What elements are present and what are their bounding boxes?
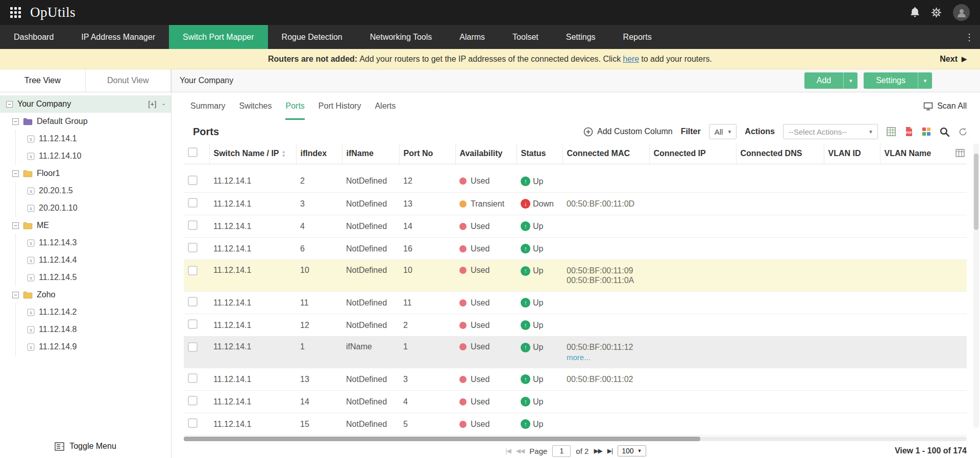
column-chooser-icon[interactable] [922,127,931,136]
row-checkbox[interactable] [188,198,198,208]
nav-item-toolset[interactable]: Toolset [499,25,552,49]
csv-export-icon[interactable] [886,126,896,137]
row-checkbox[interactable] [188,243,198,252]
tree-item-11-12-14-8[interactable]: s11.12.14.8 [16,321,171,338]
tree-group-me[interactable]: −ME [0,217,171,234]
banner-next-button[interactable]: Next ▶ [940,49,967,69]
vertical-scrollbar-thumb[interactable] [974,154,978,230]
page-size-select[interactable]: 100 ▼ [618,445,646,456]
add-custom-column-button[interactable]: Add Custom Column [583,127,673,137]
collapse-icon[interactable]: − [12,292,19,298]
row-checkbox[interactable] [188,175,198,185]
row-checkbox[interactable] [188,266,198,275]
tree-item-20-20-1-5[interactable]: s20.20.1.5 [16,182,171,199]
tab-switches[interactable]: Switches [239,92,272,120]
settings-button-label[interactable]: Settings [864,72,918,89]
banner-here-link[interactable]: here [623,55,639,64]
table-row[interactable]: 11.12.14.110NotDefined10Used↑Up00:50:BF:… [184,260,967,292]
nav-item-settings[interactable]: Settings [552,25,609,49]
row-checkbox[interactable] [188,396,198,405]
filter-select[interactable]: All ▼ [709,124,737,139]
column-header-port-no[interactable]: Port No [399,143,455,164]
last-page-button[interactable]: ▶| [607,447,612,454]
row-checkbox[interactable] [188,418,198,428]
next-page-button[interactable]: ▶▶ [594,447,602,454]
column-header-connected-dns[interactable]: Connected DNS [736,143,824,164]
tree-group-zoho[interactable]: −Zoho [0,286,171,303]
nav-item-dashboard[interactable]: Dashboard [0,25,67,49]
tree-root-your-company[interactable]: −Your Company[+]- [0,95,171,113]
prev-page-button[interactable]: ◀◀ [516,447,524,454]
column-header-connected-mac[interactable]: Connected MAC [562,143,649,164]
row-checkbox[interactable] [188,342,198,352]
more-link[interactable]: more... [567,352,645,363]
user-avatar[interactable] [953,4,970,21]
tree-group-floor1[interactable]: −Floor1 [0,165,171,182]
tree-item-11-12-14-9[interactable]: s11.12.14.9 [16,338,171,355]
notifications-bell-icon[interactable] [910,7,920,18]
row-checkbox[interactable] [188,220,198,230]
search-icon[interactable] [939,126,950,137]
column-header-vlan-id[interactable]: VLAN ID [824,143,880,164]
sort-icon[interactable]: ▴▾ [283,150,285,158]
first-page-button[interactable]: |◀ [505,447,510,454]
nav-overflow-icon[interactable]: ⋮ [959,25,980,49]
column-header-ifindex[interactable]: ifIndex [296,143,342,164]
nav-item-switch-port-mapper[interactable]: Switch Port Mapper [169,25,268,49]
tree-item-11-12-14-1[interactable]: s11.12.14.1 [16,130,171,147]
collapse-icon[interactable]: − [12,118,19,125]
nav-item-ip-address-manager[interactable]: IP Address Manager [67,25,169,49]
page-input[interactable] [552,445,571,457]
tree-item-20-20-1-10[interactable]: s20.20.1.10 [16,199,171,217]
collapse-icon[interactable]: − [6,101,13,108]
settings-button[interactable]: Settings ▾ [864,72,932,89]
add-button-label[interactable]: Add [804,72,843,89]
row-checkbox[interactable] [188,373,198,383]
table-row[interactable]: 11.12.14.12NotDefined12Used↑Up [184,170,967,193]
collapse-icon[interactable]: − [12,222,19,229]
tab-port-history[interactable]: Port History [318,92,361,120]
column-header-ifname[interactable]: ifName [342,143,399,164]
table-row[interactable]: 11.12.14.114NotDefined4Used↑Up [184,391,967,413]
horizontal-scrollbar-thumb[interactable] [184,437,700,441]
tab-donut-view[interactable]: Donut View [86,69,172,92]
table-row[interactable]: 11.12.14.13NotDefined13Transient↓Down00:… [184,193,967,215]
gear-icon[interactable] [931,7,942,18]
column-header-switch-name-ip[interactable]: Switch Name / IP▴▾ [209,143,296,164]
nav-item-rogue-detection[interactable]: Rogue Detection [268,25,356,49]
column-header-connected-ip[interactable]: Connected IP [649,143,736,164]
table-row[interactable]: 11.12.14.111NotDefined11Used↑Up [184,292,967,314]
table-row[interactable]: 11.12.14.16NotDefined16Used↑Up [184,238,967,260]
column-header-status[interactable]: Status [517,143,562,164]
row-checkbox[interactable] [188,297,198,307]
nav-item-alarms[interactable]: Alarms [446,25,499,49]
add-dropdown-caret[interactable]: ▾ [843,72,857,89]
column-header-availability[interactable]: Availability [455,143,517,164]
tree-group-default-group[interactable]: −Default Group [0,113,171,130]
tree-item-11-12-14-2[interactable]: s11.12.14.2 [16,303,171,321]
add-button[interactable]: Add ▾ [804,72,857,89]
tree-item-11-12-14-3[interactable]: s11.12.14.3 [16,234,171,251]
apps-grid-icon[interactable] [10,7,21,18]
actions-select[interactable]: --Select Actions-- ▼ [783,124,878,139]
table-row[interactable]: 11.12.14.14NotDefined14Used↑Up [184,215,967,238]
table-row[interactable]: 11.12.14.11ifName1Used↑Up00:50:BF:00:11:… [184,337,967,368]
collapse-icon[interactable]: − [12,170,19,177]
table-row[interactable]: 11.12.14.113NotDefined3Used↑Up00:50:BF:0… [184,368,967,391]
row-checkbox[interactable] [188,319,198,329]
tab-alerts[interactable]: Alerts [375,92,396,120]
tab-summary[interactable]: Summary [190,92,225,120]
settings-dropdown-caret[interactable]: ▾ [918,72,932,89]
collapse-all-control[interactable]: - [162,100,165,108]
nav-item-reports[interactable]: Reports [609,25,666,49]
column-settings-grid-icon[interactable] [955,149,965,159]
nav-item-networking-tools[interactable]: Networking Tools [356,25,446,49]
table-row[interactable]: 11.12.14.112NotDefined2Used↑Up [184,314,967,337]
reset-icon[interactable] [958,127,968,137]
tab-ports[interactable]: Ports [285,92,304,120]
select-all-checkbox[interactable] [188,147,198,157]
tree-item-11-12-14-5[interactable]: s11.12.14.5 [16,269,171,286]
tree-item-11-12-14-4[interactable]: s11.12.14.4 [16,251,171,269]
column-header-vlan-name[interactable]: VLAN Name [880,143,967,164]
table-row[interactable]: 11.12.14.115NotDefined5Used↑Up [184,413,967,436]
